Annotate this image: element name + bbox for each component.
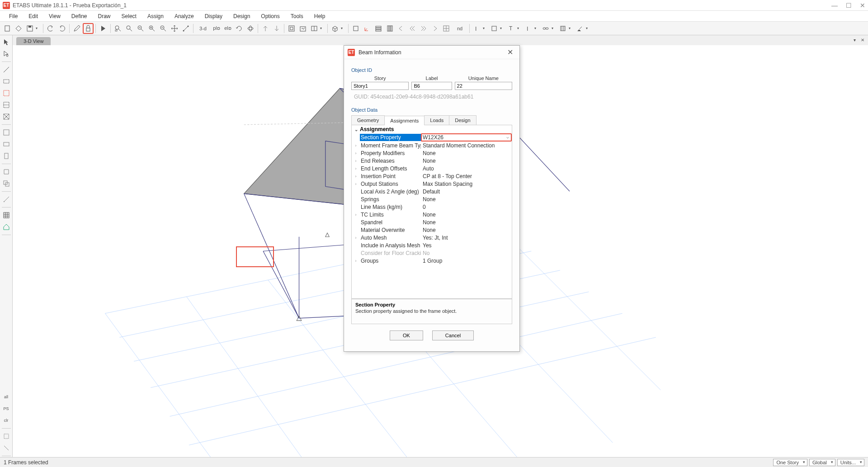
rect-dash2-icon[interactable] bbox=[1, 88, 11, 98]
local-axis-icon[interactable] bbox=[362, 23, 373, 34]
highlight-icon[interactable] bbox=[575, 23, 585, 34]
run-icon[interactable] bbox=[98, 23, 108, 34]
prop-value[interactable]: None bbox=[421, 226, 512, 234]
plan-icon[interactable]: plɒ bbox=[211, 23, 222, 34]
expand-icon[interactable]: › bbox=[352, 236, 360, 240]
prop-value[interactable]: Yes bbox=[421, 242, 512, 249]
prop-row[interactable]: Include in Analysis MeshYes bbox=[352, 241, 512, 249]
lock-icon[interactable] bbox=[83, 23, 94, 34]
maximize-icon[interactable]: ☐ bbox=[846, 2, 852, 9]
named-display-button[interactable]: nd bbox=[452, 23, 467, 34]
prop-row[interactable]: SpringsNone bbox=[352, 195, 512, 203]
close-icon[interactable]: ✕ bbox=[860, 2, 865, 9]
expand-icon[interactable]: › bbox=[352, 159, 360, 163]
dialog-title-bar[interactable]: ET Beam Information ✕ bbox=[344, 46, 519, 59]
prop-value[interactable]: Auto bbox=[421, 165, 512, 172]
menu-draw[interactable]: Draw bbox=[93, 12, 116, 21]
chevron-down-icon[interactable]: ⌄ bbox=[354, 127, 360, 132]
reshape-icon[interactable] bbox=[1, 49, 11, 59]
rect-dash3-icon[interactable] bbox=[1, 100, 11, 110]
measure-icon[interactable] bbox=[180, 23, 191, 34]
menu-display[interactable]: Display bbox=[199, 12, 228, 21]
cancel-button[interactable]: Cancel bbox=[432, 330, 474, 340]
prop-value[interactable]: CP at 8 - Top Center bbox=[421, 173, 512, 180]
expand-icon[interactable]: › bbox=[352, 212, 360, 217]
extrude-icon[interactable] bbox=[330, 23, 340, 34]
prop-value[interactable]: None bbox=[421, 196, 512, 203]
box-dropdown-icon[interactable]: ▾ bbox=[569, 26, 574, 30]
prop-value[interactable]: None bbox=[421, 150, 512, 157]
pencil-icon[interactable] bbox=[71, 23, 82, 34]
tab-close-icon[interactable]: ✕ bbox=[859, 36, 866, 43]
prop-row[interactable]: ›Property ModifiersNone bbox=[352, 149, 512, 157]
section-dropdown-icon[interactable]: ▾ bbox=[500, 26, 505, 30]
view-3d-button[interactable]: 3-d bbox=[195, 23, 211, 34]
prop-value[interactable]: 1 Group bbox=[421, 257, 512, 264]
poly-icon[interactable] bbox=[1, 167, 11, 177]
undo-icon[interactable] bbox=[45, 23, 56, 34]
dialog-close-icon[interactable]: ✕ bbox=[505, 48, 516, 57]
profile-icon[interactable]: I bbox=[523, 23, 534, 34]
prop-value[interactable]: W12X26 bbox=[421, 133, 512, 142]
highlight-dropdown-icon[interactable]: ▾ bbox=[586, 26, 591, 30]
elev-icon[interactable]: elɒ bbox=[222, 23, 233, 34]
pan-icon[interactable] bbox=[169, 23, 180, 34]
clear-select-button[interactable]: clr bbox=[1, 415, 11, 425]
up-arrow-icon[interactable] bbox=[260, 23, 271, 34]
prop-row[interactable]: ›Output StationsMax Station Spacing bbox=[352, 180, 512, 188]
rect-cross-icon[interactable] bbox=[1, 112, 11, 122]
frame-grid-icon[interactable] bbox=[1, 210, 11, 220]
prop-value[interactable]: None bbox=[421, 211, 512, 218]
prop-row[interactable]: Line Mass (kg/m)0 bbox=[352, 203, 512, 211]
prop-row[interactable]: Section PropertyW12X26 bbox=[352, 133, 512, 142]
new-icon[interactable] bbox=[2, 23, 13, 34]
prop-row[interactable]: Consider for Floor CrackingNo bbox=[352, 249, 512, 257]
prop-value[interactable]: Default bbox=[421, 188, 512, 195]
new-model-icon[interactable] bbox=[13, 23, 24, 34]
pointer-icon[interactable] bbox=[1, 37, 11, 47]
zoom-extents-icon[interactable] bbox=[124, 23, 135, 34]
redo-icon[interactable] bbox=[57, 23, 67, 34]
down-arrow-icon[interactable] bbox=[271, 23, 282, 34]
object-shrink-icon[interactable] bbox=[286, 23, 297, 34]
prop-value[interactable]: No bbox=[421, 250, 512, 257]
invert-icon[interactable] bbox=[1, 431, 11, 441]
shrink-icon[interactable] bbox=[350, 23, 361, 34]
expand-icon[interactable]: › bbox=[352, 174, 360, 179]
prop-value[interactable]: Yes: Jt, Int bbox=[421, 234, 512, 241]
plate-icon[interactable] bbox=[1, 127, 11, 137]
text-icon[interactable]: I bbox=[472, 23, 482, 34]
rect-dash-icon[interactable] bbox=[1, 76, 11, 86]
prop-value[interactable]: None bbox=[421, 157, 512, 165]
building-icon[interactable] bbox=[1, 222, 11, 232]
story-selector[interactable]: One Story bbox=[773, 459, 807, 466]
arrows-left-icon[interactable] bbox=[407, 23, 418, 34]
tab-loads[interactable]: Loads bbox=[424, 115, 449, 125]
prop-value[interactable]: Max Station Spacing bbox=[421, 180, 512, 188]
menu-analyze[interactable]: Analyze bbox=[169, 12, 199, 21]
menu-view[interactable]: View bbox=[43, 12, 66, 21]
line-icon[interactable] bbox=[1, 65, 11, 75]
objid-story-input[interactable] bbox=[351, 82, 409, 90]
extrude-dropdown-icon[interactable]: ▾ bbox=[341, 26, 346, 30]
ok-button[interactable]: OK bbox=[390, 330, 423, 340]
save-dropdown-icon[interactable]: ▾ bbox=[36, 26, 41, 30]
zoom-out-icon[interactable] bbox=[158, 23, 169, 34]
minimize-icon[interactable]: — bbox=[831, 2, 838, 9]
arrows-right-icon[interactable] bbox=[418, 23, 429, 34]
prop-row[interactable]: Local Axis 2 Angle (deg)Default bbox=[352, 188, 512, 195]
show-columns-icon[interactable] bbox=[384, 23, 395, 34]
prop-group-assignments[interactable]: ⌄ Assignments bbox=[352, 125, 512, 133]
prop-row[interactable]: ›Moment Frame Beam TypeStandard Moment C… bbox=[352, 142, 512, 149]
title-dropdown-icon[interactable]: ▾ bbox=[517, 26, 523, 30]
menu-define[interactable]: Define bbox=[66, 12, 93, 21]
prop-row[interactable]: SpandrelNone bbox=[352, 218, 512, 226]
prop-value[interactable]: 0 bbox=[421, 203, 512, 211]
plate3-icon[interactable] bbox=[1, 151, 11, 161]
prop-row[interactable]: ›End Length OffsetsAuto bbox=[352, 165, 512, 172]
link-dropdown-icon[interactable]: ▾ bbox=[552, 26, 557, 30]
tab-design[interactable]: Design bbox=[449, 115, 476, 125]
menu-help[interactable]: Help bbox=[309, 12, 331, 21]
tab-assignments[interactable]: Assignments bbox=[384, 116, 425, 125]
menu-options[interactable]: Options bbox=[255, 12, 285, 21]
